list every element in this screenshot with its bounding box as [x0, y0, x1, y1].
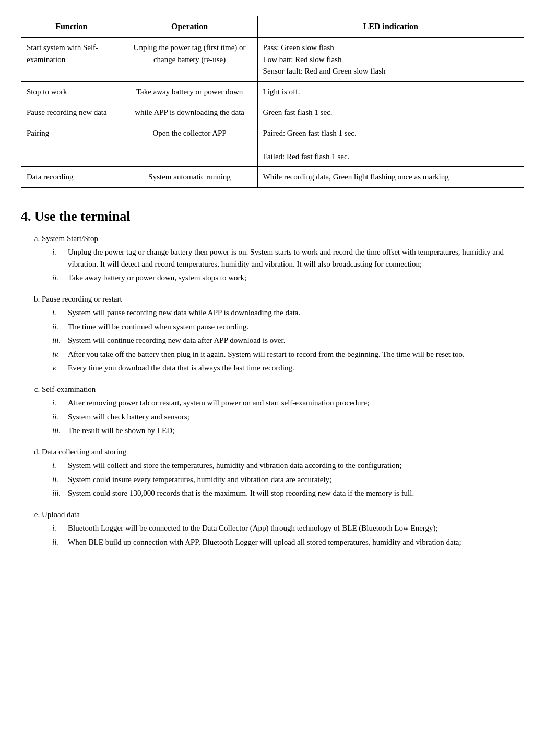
inner-list-item: iii.System will continue recording new d…: [52, 334, 524, 346]
roman-numeral: i.: [52, 460, 68, 472]
inner-list-item: ii.Take away battery or power down, syst…: [52, 272, 524, 284]
inner-list-content: Take away battery or power down, system …: [68, 272, 524, 284]
outer-list-item: Data collecting and storingi.System will…: [42, 446, 524, 499]
cell-function: Pairing: [21, 123, 122, 167]
inner-list-content: System will collect and store the temper…: [68, 460, 524, 472]
inner-list: i.Bluetooth Logger will be connected to …: [42, 522, 524, 548]
inner-list-content: The result will be shown by LED;: [68, 425, 524, 437]
outer-list-item: Upload datai.Bluetooth Logger will be co…: [42, 509, 524, 548]
outer-list-item: Self-examinationi.After removing power t…: [42, 383, 524, 437]
cell-function: Start system with Self-examination: [21, 38, 122, 82]
inner-list: i.After removing power tab or restart, s…: [42, 397, 524, 437]
inner-list: i.System will pause recording new data w…: [42, 307, 524, 374]
roman-numeral: ii.: [52, 536, 68, 548]
cell-operation: Unplug the power tag (first time) or cha…: [122, 38, 257, 82]
roman-numeral: i.: [52, 397, 68, 409]
inner-list-item: ii.When BLE build up connection with APP…: [52, 536, 524, 548]
table-row: Pause recording new datawhile APP is dow…: [21, 102, 524, 123]
inner-list-item: ii.The time will be continued when syste…: [52, 321, 524, 333]
inner-list-item: iii.System could store 130,000 records t…: [52, 487, 524, 499]
outer-list-label: Data collecting and storing: [42, 446, 524, 458]
inner-list-item: ii.System could insure every temperature…: [52, 474, 524, 486]
cell-led: Green fast flash 1 sec.: [257, 102, 524, 123]
inner-list-content: System will check battery and sensors;: [68, 411, 524, 423]
cell-operation: while APP is downloading the data: [122, 102, 257, 123]
table-header-function: Function: [21, 16, 122, 38]
inner-list-content: After you take off the battery then plug…: [68, 349, 524, 361]
section4-outer-list: System Start/Stopi.Unplug the power tag …: [21, 233, 524, 548]
table-row: Data recordingSystem automatic runningWh…: [21, 167, 524, 188]
inner-list-content: System could insure every temperatures, …: [68, 474, 524, 486]
cell-operation: System automatic running: [122, 167, 257, 188]
roman-numeral: iii.: [52, 334, 68, 346]
cell-operation: Take away battery or power down: [122, 81, 257, 102]
inner-list: i.System will collect and store the temp…: [42, 460, 524, 499]
inner-list-item: iv.After you take off the battery then p…: [52, 349, 524, 361]
inner-list-item: i.System will collect and store the temp…: [52, 460, 524, 472]
table-row: PairingOpen the collector APPPaired: Gre…: [21, 123, 524, 167]
inner-list: i.Unplug the power tag or change battery…: [42, 246, 524, 284]
cell-led: Pass: Green slow flashLow batt: Red slow…: [257, 38, 524, 82]
inner-list-content: System will pause recording new data whi…: [68, 307, 524, 319]
inner-list-content: When BLE build up connection with APP, B…: [68, 536, 524, 548]
inner-list-content: The time will be continued when system p…: [68, 321, 524, 333]
roman-numeral: ii.: [52, 474, 68, 486]
inner-list-item: i.After removing power tab or restart, s…: [52, 397, 524, 409]
inner-list-item: i.Unplug the power tag or change battery…: [52, 246, 524, 270]
outer-list-label: System Start/Stop: [42, 233, 524, 245]
cell-led: While recording data, Green light flashi…: [257, 167, 524, 188]
section-4-heading: 4. Use the terminal: [21, 209, 524, 224]
cell-led: Light is off.: [257, 81, 524, 102]
roman-numeral: ii.: [52, 321, 68, 333]
inner-list-content: System will continue recording new data …: [68, 334, 524, 346]
cell-function: Stop to work: [21, 81, 122, 102]
inner-list-item: iii.The result will be shown by LED;: [52, 425, 524, 437]
inner-list-content: System could store 130,000 records that …: [68, 487, 524, 499]
inner-list-content: Unplug the power tag or change battery t…: [68, 246, 524, 270]
roman-numeral: i.: [52, 246, 68, 270]
roman-numeral: ii.: [52, 411, 68, 423]
inner-list-content: Every time you download the data that is…: [68, 362, 524, 374]
outer-list-label: Self-examination: [42, 383, 524, 395]
table-row: Stop to workTake away battery or power d…: [21, 81, 524, 102]
cell-function: Pause recording new data: [21, 102, 122, 123]
roman-numeral: iii.: [52, 425, 68, 437]
table-row: Start system with Self-examinationUnplug…: [21, 38, 524, 82]
roman-numeral: i.: [52, 522, 68, 534]
inner-list-content: After removing power tab or restart, sys…: [68, 397, 524, 409]
outer-list-label: Upload data: [42, 509, 524, 521]
roman-numeral: iv.: [52, 349, 68, 361]
outer-list-item: Pause recording or restarti.System will …: [42, 293, 524, 374]
table-header-operation: Operation: [122, 16, 257, 38]
outer-list-label: Pause recording or restart: [42, 293, 524, 305]
roman-numeral: ii.: [52, 272, 68, 284]
cell-function: Data recording: [21, 167, 122, 188]
table-header-led: LED indication: [257, 16, 524, 38]
inner-list-item: i.System will pause recording new data w…: [52, 307, 524, 319]
inner-list-item: i.Bluetooth Logger will be connected to …: [52, 522, 524, 534]
roman-numeral: v.: [52, 362, 68, 374]
section-4: 4. Use the terminal System Start/Stopi.U…: [21, 209, 524, 548]
inner-list-item: ii.System will check battery and sensors…: [52, 411, 524, 423]
led-indication-table: Function Operation LED indication Start …: [21, 16, 524, 188]
cell-led: Paired: Green fast flash 1 sec.Failed: R…: [257, 123, 524, 167]
outer-list-item: System Start/Stopi.Unplug the power tag …: [42, 233, 524, 284]
inner-list-content: Bluetooth Logger will be connected to th…: [68, 522, 524, 534]
roman-numeral: iii.: [52, 487, 68, 499]
cell-operation: Open the collector APP: [122, 123, 257, 167]
roman-numeral: i.: [52, 307, 68, 319]
inner-list-item: v.Every time you download the data that …: [52, 362, 524, 374]
